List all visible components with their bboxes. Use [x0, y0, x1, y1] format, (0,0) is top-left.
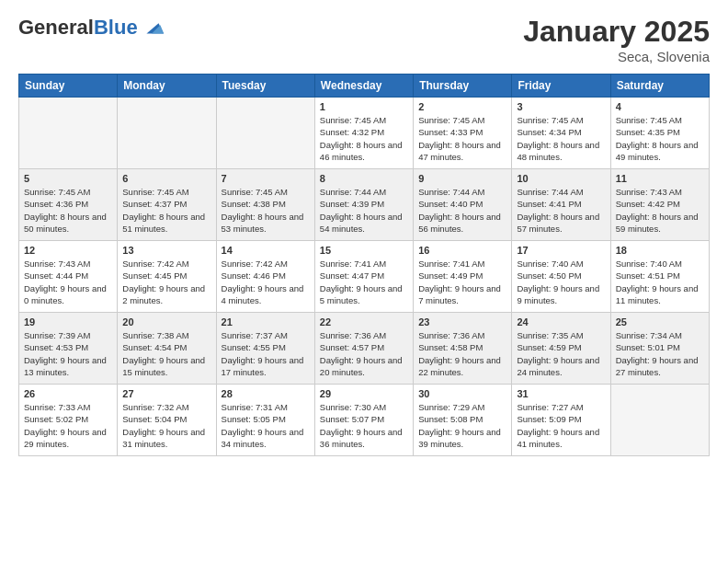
table-row: 15 Sunrise: 7:41 AM Sunset: 4:47 PM Dayl… [314, 241, 413, 313]
table-row: 31 Sunrise: 7:27 AM Sunset: 5:09 PM Dayl… [512, 385, 610, 456]
day-info: Sunrise: 7:33 AM Sunset: 5:02 PM Dayligh… [24, 401, 112, 450]
day-info: Sunrise: 7:36 AM Sunset: 4:58 PM Dayligh… [418, 329, 506, 378]
day-info: Sunrise: 7:40 AM Sunset: 4:51 PM Dayligh… [616, 258, 704, 306]
day-number: 1 [320, 101, 408, 112]
day-info: Sunrise: 7:43 AM Sunset: 4:42 PM Dayligh… [616, 186, 704, 235]
day-number: 14 [222, 245, 310, 256]
day-info: Sunrise: 7:32 AM Sunset: 5:04 PM Dayligh… [122, 401, 210, 450]
day-info: Sunrise: 7:27 AM Sunset: 5:09 PM Dayligh… [517, 401, 605, 450]
day-info: Sunrise: 7:44 AM Sunset: 4:41 PM Dayligh… [517, 186, 605, 235]
table-row: 22 Sunrise: 7:36 AM Sunset: 4:57 PM Dayl… [314, 313, 413, 385]
table-row: 6 Sunrise: 7:45 AM Sunset: 4:37 PM Dayli… [118, 169, 216, 241]
table-row: 21 Sunrise: 7:37 AM Sunset: 4:55 PM Dayl… [216, 313, 314, 385]
day-number: 7 [222, 173, 310, 184]
calendar-week-row: 5 Sunrise: 7:45 AM Sunset: 4:36 PM Dayli… [19, 169, 710, 241]
day-number: 16 [418, 245, 506, 256]
day-number: 29 [320, 388, 408, 399]
day-number: 2 [418, 101, 506, 112]
day-info: Sunrise: 7:42 AM Sunset: 4:45 PM Dayligh… [122, 258, 210, 306]
calendar-header-row: Sunday Monday Tuesday Wednesday Thursday… [19, 75, 710, 98]
table-row: 11 Sunrise: 7:43 AM Sunset: 4:42 PM Dayl… [610, 169, 709, 241]
table-row [216, 98, 314, 169]
day-info: Sunrise: 7:42 AM Sunset: 4:46 PM Dayligh… [222, 258, 310, 306]
day-number: 10 [517, 173, 605, 184]
table-row: 28 Sunrise: 7:31 AM Sunset: 5:05 PM Dayl… [216, 385, 314, 456]
calendar-week-row: 19 Sunrise: 7:39 AM Sunset: 4:53 PM Dayl… [19, 313, 710, 385]
table-row: 29 Sunrise: 7:30 AM Sunset: 5:07 PM Dayl… [314, 385, 413, 456]
table-row: 5 Sunrise: 7:45 AM Sunset: 4:36 PM Dayli… [19, 169, 118, 241]
day-number: 18 [616, 245, 704, 256]
day-info: Sunrise: 7:44 AM Sunset: 4:39 PM Dayligh… [320, 186, 408, 235]
table-row: 14 Sunrise: 7:42 AM Sunset: 4:46 PM Dayl… [216, 241, 314, 313]
day-number: 27 [122, 388, 210, 399]
day-number: 25 [616, 316, 704, 327]
day-number: 9 [418, 173, 506, 184]
table-row: 23 Sunrise: 7:36 AM Sunset: 4:58 PM Dayl… [414, 313, 512, 385]
day-number: 13 [122, 245, 210, 256]
day-info: Sunrise: 7:38 AM Sunset: 4:54 PM Dayligh… [122, 329, 210, 378]
day-number: 5 [24, 173, 112, 184]
day-info: Sunrise: 7:45 AM Sunset: 4:37 PM Dayligh… [122, 186, 210, 235]
day-info: Sunrise: 7:36 AM Sunset: 4:57 PM Dayligh… [320, 329, 408, 378]
table-row [19, 98, 118, 169]
calendar-week-row: 1 Sunrise: 7:45 AM Sunset: 4:32 PM Dayli… [19, 98, 710, 169]
day-info: Sunrise: 7:45 AM Sunset: 4:36 PM Dayligh… [24, 186, 112, 235]
logo-general-text: General [18, 16, 94, 39]
table-row [610, 385, 709, 456]
day-number: 23 [418, 316, 506, 327]
logo-blue-text: Blue [94, 16, 138, 39]
month-title: January 2025 [523, 15, 710, 49]
day-info: Sunrise: 7:45 AM Sunset: 4:33 PM Dayligh… [418, 114, 506, 163]
day-number: 20 [122, 316, 210, 327]
day-info: Sunrise: 7:44 AM Sunset: 4:40 PM Dayligh… [418, 186, 506, 235]
logo: GeneralBlue [18, 15, 165, 40]
day-number: 4 [616, 101, 704, 112]
day-number: 31 [517, 388, 605, 399]
table-row: 26 Sunrise: 7:33 AM Sunset: 5:02 PM Dayl… [19, 385, 118, 456]
day-number: 22 [320, 316, 408, 327]
day-info: Sunrise: 7:41 AM Sunset: 4:47 PM Dayligh… [320, 258, 408, 306]
col-thursday: Thursday [414, 75, 512, 98]
day-info: Sunrise: 7:37 AM Sunset: 4:55 PM Dayligh… [222, 329, 310, 378]
day-number: 6 [122, 173, 210, 184]
table-row: 13 Sunrise: 7:42 AM Sunset: 4:45 PM Dayl… [118, 241, 216, 313]
table-row: 16 Sunrise: 7:41 AM Sunset: 4:49 PM Dayl… [414, 241, 512, 313]
day-info: Sunrise: 7:31 AM Sunset: 5:05 PM Dayligh… [222, 401, 310, 450]
col-friday: Friday [512, 75, 610, 98]
day-number: 19 [24, 316, 112, 327]
calendar-week-row: 12 Sunrise: 7:43 AM Sunset: 4:44 PM Dayl… [19, 241, 710, 313]
day-number: 11 [616, 173, 704, 184]
day-number: 3 [517, 101, 605, 112]
page: GeneralBlue January 2025 Seca, Slovenia … [0, 0, 728, 563]
table-row: 25 Sunrise: 7:34 AM Sunset: 5:01 PM Dayl… [610, 313, 709, 385]
day-info: Sunrise: 7:45 AM Sunset: 4:35 PM Dayligh… [616, 114, 704, 163]
table-row [118, 98, 216, 169]
table-row: 30 Sunrise: 7:29 AM Sunset: 5:08 PM Dayl… [414, 385, 512, 456]
col-sunday: Sunday [19, 75, 118, 98]
title-block: January 2025 Seca, Slovenia [523, 15, 710, 64]
day-info: Sunrise: 7:45 AM Sunset: 4:34 PM Dayligh… [517, 114, 605, 163]
day-number: 26 [24, 388, 112, 399]
day-info: Sunrise: 7:45 AM Sunset: 4:38 PM Dayligh… [222, 186, 310, 235]
day-number: 30 [418, 388, 506, 399]
table-row: 10 Sunrise: 7:44 AM Sunset: 4:41 PM Dayl… [512, 169, 610, 241]
table-row: 2 Sunrise: 7:45 AM Sunset: 4:33 PM Dayli… [414, 98, 512, 169]
table-row: 8 Sunrise: 7:44 AM Sunset: 4:39 PM Dayli… [314, 169, 413, 241]
table-row: 4 Sunrise: 7:45 AM Sunset: 4:35 PM Dayli… [610, 98, 709, 169]
col-saturday: Saturday [610, 75, 709, 98]
table-row: 17 Sunrise: 7:40 AM Sunset: 4:50 PM Dayl… [512, 241, 610, 313]
day-info: Sunrise: 7:40 AM Sunset: 4:50 PM Dayligh… [517, 258, 605, 306]
logo-icon [140, 15, 165, 40]
table-row: 7 Sunrise: 7:45 AM Sunset: 4:38 PM Dayli… [216, 169, 314, 241]
day-info: Sunrise: 7:30 AM Sunset: 5:07 PM Dayligh… [320, 401, 408, 450]
table-row: 19 Sunrise: 7:39 AM Sunset: 4:53 PM Dayl… [19, 313, 118, 385]
col-wednesday: Wednesday [314, 75, 413, 98]
table-row: 3 Sunrise: 7:45 AM Sunset: 4:34 PM Dayli… [512, 98, 610, 169]
day-info: Sunrise: 7:29 AM Sunset: 5:08 PM Dayligh… [418, 401, 506, 450]
day-number: 28 [222, 388, 310, 399]
day-info: Sunrise: 7:43 AM Sunset: 4:44 PM Dayligh… [24, 258, 112, 306]
table-row: 1 Sunrise: 7:45 AM Sunset: 4:32 PM Dayli… [314, 98, 413, 169]
day-number: 8 [320, 173, 408, 184]
header: GeneralBlue January 2025 Seca, Slovenia [18, 15, 710, 64]
day-info: Sunrise: 7:34 AM Sunset: 5:01 PM Dayligh… [616, 329, 704, 378]
